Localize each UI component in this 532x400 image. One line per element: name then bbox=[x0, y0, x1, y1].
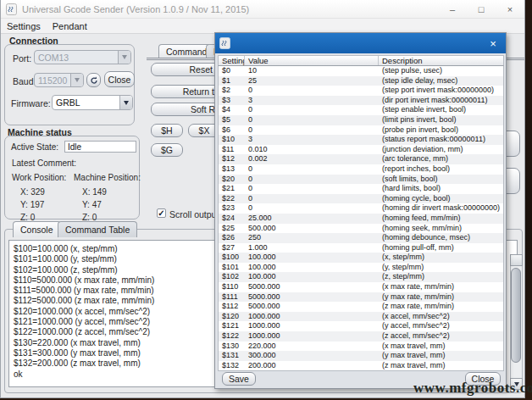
cell-setting: $27 bbox=[219, 243, 245, 253]
cell-setting: $11 bbox=[219, 145, 245, 155]
machine-position-label: Machine Position: bbox=[74, 173, 141, 182]
table-row[interactable]: $132 200.000 (z max travel, mm) bbox=[219, 361, 503, 371]
dialog-close-icon[interactable]: × bbox=[486, 36, 500, 50]
cell-value: 3 bbox=[245, 96, 379, 106]
refresh-ports-button[interactable] bbox=[86, 73, 101, 87]
table-row[interactable]: $100 100.000 (x, step/mm) bbox=[219, 253, 503, 263]
cell-value: 25.000 bbox=[245, 214, 379, 224]
table-row[interactable]: $130 220.000 (x max travel, mm) bbox=[219, 342, 503, 352]
work-y: Y: 197 bbox=[20, 200, 44, 209]
cell-description: (homing dir invert mask:00000000) bbox=[379, 203, 503, 214]
cell-setting: $122 bbox=[219, 331, 245, 342]
cell-description: (z, step/mm) bbox=[379, 272, 503, 282]
cell-setting: $111 bbox=[219, 292, 245, 303]
table-row[interactable]: $0 10 (step pulse, usec) bbox=[219, 66, 503, 76]
table-row[interactable]: $21 0 (hard limits, bool) bbox=[219, 184, 503, 194]
minimize-icon[interactable]: – bbox=[438, 0, 467, 19]
cell-description: (y max travel, mm) bbox=[379, 351, 503, 361]
work-position-label: Work Position: bbox=[12, 173, 66, 182]
table-row[interactable]: $122 1000.000 (z accel, mm/sec^2) bbox=[219, 331, 503, 342]
cell-setting: $23 bbox=[219, 203, 245, 214]
table-row[interactable]: $101 100.000 (y, step/mm) bbox=[219, 263, 503, 273]
table-row[interactable]: $110 5000.000 (x max rate, mm/min) bbox=[219, 282, 503, 292]
header-setting[interactable]: Setting bbox=[219, 56, 245, 65]
cell-setting: $1 bbox=[219, 76, 245, 86]
cell-setting: $2 bbox=[219, 86, 245, 96]
table-row[interactable]: $22 0 (homing cycle, bool) bbox=[219, 194, 503, 204]
cell-value: 100.000 bbox=[245, 272, 379, 282]
cell-value: 0 bbox=[245, 203, 379, 214]
table-row[interactable]: $20 0 (soft limits, bool) bbox=[219, 175, 503, 185]
cell-value: 0 bbox=[245, 194, 379, 204]
table-row[interactable]: $102 100.000 (z, step/mm) bbox=[219, 272, 503, 282]
active-state-field: Idle bbox=[64, 141, 136, 153]
cell-description: (homing debounce, msec) bbox=[379, 233, 503, 243]
table-row[interactable]: $5 0 (limit pins invert, bool) bbox=[219, 115, 503, 125]
table-row[interactable]: $6 0 (probe pin invert, bool) bbox=[219, 125, 503, 136]
cell-description: (z accel, mm/sec^2) bbox=[379, 331, 503, 342]
cell-value: 100.000 bbox=[245, 263, 379, 273]
work-x: X: 329 bbox=[20, 187, 45, 197]
parser-state-button[interactable]: $G bbox=[151, 143, 183, 157]
port-combobox[interactable]: COM13 bbox=[34, 50, 131, 64]
table-row[interactable]: $12 0.002 (arc tolerance, mm) bbox=[219, 154, 503, 164]
firmware-combobox[interactable]: GRBL bbox=[52, 95, 133, 110]
cell-value: 300.000 bbox=[245, 351, 379, 361]
connection-close-button[interactable]: Close bbox=[104, 71, 135, 87]
port-value: COM13 bbox=[35, 53, 118, 63]
cell-value: 0 bbox=[245, 164, 379, 175]
cell-description: (y max rate, mm/min) bbox=[379, 292, 503, 303]
table-row[interactable]: $23 0 (homing dir invert mask:00000000) bbox=[219, 203, 503, 214]
table-row[interactable]: $2 0 (step port invert mask:00000000) bbox=[219, 86, 503, 96]
console-scrollbar-thumb[interactable] bbox=[511, 268, 521, 363]
table-row[interactable]: $10 3 (status report mask:00000011) bbox=[219, 135, 503, 145]
cell-setting: $12 bbox=[219, 154, 245, 164]
cell-setting: $20 bbox=[219, 175, 245, 185]
cell-setting: $6 bbox=[219, 125, 245, 136]
settings-table-header[interactable]: Setting Value Description bbox=[218, 55, 504, 66]
table-row[interactable]: $120 1000.000 (x accel, mm/sec^2) bbox=[219, 312, 503, 322]
maximize-icon[interactable]: □ bbox=[467, 0, 496, 19]
scroll-output-checkbox[interactable]: ✓ bbox=[157, 208, 166, 218]
table-row[interactable]: $25 500.000 (homing seek, mm/min) bbox=[219, 224, 503, 234]
scroll-up-icon[interactable] bbox=[510, 254, 523, 266]
table-row[interactable]: $27 1.000 (homing pull-off, mm) bbox=[219, 243, 503, 253]
cell-setting: $102 bbox=[219, 272, 245, 282]
cell-description: (step idle delay, msec) bbox=[379, 76, 503, 86]
cell-value: 0 bbox=[245, 125, 379, 136]
cell-setting: $131 bbox=[219, 351, 245, 361]
table-row[interactable]: $3 3 (dir port invert mask:00000011) bbox=[219, 96, 503, 106]
menu-pendant[interactable]: Pendant bbox=[47, 21, 93, 31]
cell-setting: $10 bbox=[219, 135, 245, 145]
refresh-icon bbox=[90, 76, 98, 85]
menu-settings[interactable]: Settings bbox=[1, 21, 47, 31]
cell-value: 1000.000 bbox=[245, 321, 379, 331]
cell-description: (homing seek, mm/min) bbox=[379, 224, 503, 234]
save-button[interactable]: Save bbox=[222, 372, 256, 386]
tab-command-table[interactable]: Command Table bbox=[58, 221, 137, 237]
table-row[interactable]: $131 300.000 (y max travel, mm) bbox=[219, 351, 503, 361]
table-row[interactable]: $24 25.000 (homing feed, mm/min) bbox=[219, 214, 503, 224]
cell-setting: $132 bbox=[219, 361, 245, 371]
table-row[interactable]: $1 25 (step idle delay, msec) bbox=[219, 76, 503, 86]
table-row[interactable]: $112 5000.000 (z max rate, mm/min) bbox=[219, 302, 503, 312]
dialog-titlebar[interactable]: × bbox=[215, 33, 506, 53]
cell-description: (report inches, bool) bbox=[379, 164, 503, 175]
table-row[interactable]: $121 1000.000 (y accel, mm/sec^2) bbox=[219, 321, 503, 331]
cell-setting: $5 bbox=[219, 115, 245, 125]
close-icon[interactable]: × bbox=[496, 0, 524, 19]
cell-setting: $0 bbox=[219, 66, 245, 76]
table-row[interactable]: $26 250 (homing debounce, msec) bbox=[219, 233, 503, 243]
table-row[interactable]: $11 0.010 (junction deviation, mm) bbox=[219, 145, 503, 155]
table-row[interactable]: $111 5000.000 (y max rate, mm/min) bbox=[219, 292, 503, 303]
tab-console[interactable]: Console bbox=[13, 221, 61, 237]
baud-combobox[interactable]: 115200 bbox=[34, 73, 84, 87]
home-machine-button[interactable]: $H bbox=[151, 124, 183, 137]
table-row[interactable]: $13 0 (report inches, bool) bbox=[219, 164, 503, 175]
cell-description: (z max travel, mm) bbox=[379, 361, 503, 371]
header-description[interactable]: Description bbox=[379, 56, 503, 65]
cell-description: (soft limits, bool) bbox=[379, 175, 503, 185]
header-value[interactable]: Value bbox=[245, 56, 379, 65]
table-row[interactable]: $4 0 (step enable invert, bool) bbox=[219, 105, 503, 115]
cell-setting: $26 bbox=[219, 233, 245, 243]
